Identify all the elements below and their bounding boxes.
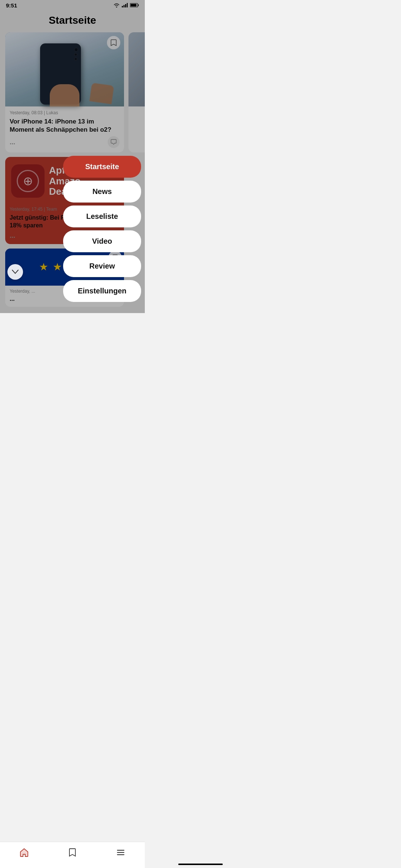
menu-item-startseite[interactable]: Startseite: [63, 156, 141, 178]
menu-item-video[interactable]: Video: [63, 230, 141, 252]
menu-item-leseliste[interactable]: Leseliste: [63, 206, 141, 227]
navigation-menu: Startseite News Leseliste Video Review E…: [63, 156, 141, 302]
menu-item-review[interactable]: Review: [63, 255, 141, 277]
menu-item-einstellungen[interactable]: Einstellungen: [63, 280, 141, 302]
collapse-button[interactable]: [7, 264, 23, 280]
menu-item-news[interactable]: News: [63, 181, 141, 203]
